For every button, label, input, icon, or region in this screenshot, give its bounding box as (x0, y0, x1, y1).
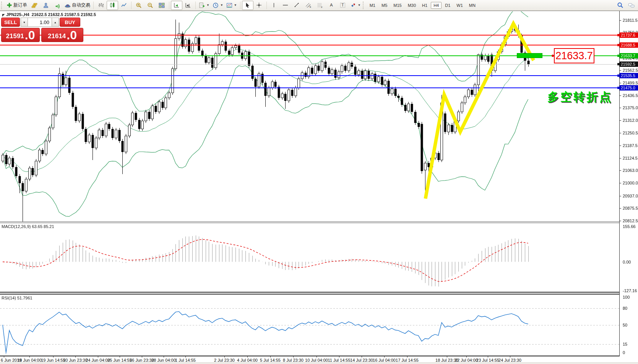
timeframe-m1-button[interactable]: M1 (367, 2, 378, 9)
volume-increase-button[interactable]: ▲ (52, 18, 59, 27)
volume-decrease-button[interactable]: ▼ (21, 18, 28, 27)
time-tick (317, 356, 317, 358)
text-a-icon: A (329, 2, 334, 8)
one-click-trading-panel: SELL ▼ ▲ BUY 21591 .0 21614 .0 (1, 18, 83, 42)
toolbar-grip[interactable] (363, 2, 365, 9)
timeframe-mn-button[interactable]: MN (466, 2, 478, 9)
time-tick (29, 356, 30, 358)
price-tick-label: 21250.5 (623, 131, 638, 135)
macd-tick-label: 0.00 (623, 260, 631, 264)
auto-scroll-button[interactable] (171, 1, 182, 10)
timeframe-w1-button[interactable]: W1 (454, 2, 466, 9)
timeframe-h1-button[interactable]: H1 (419, 2, 430, 9)
trendline-icon (294, 2, 300, 8)
zoom-in-button[interactable] (133, 1, 144, 10)
vertical-line-button[interactable] (268, 1, 280, 10)
fibonacci-button[interactable]: F (314, 1, 326, 10)
bar-chart-button[interactable] (95, 1, 107, 10)
timeframe-d1-button[interactable]: D1 (442, 2, 453, 9)
new-order-button[interactable]: 新订单 (5, 1, 29, 10)
cursor-icon (245, 2, 250, 8)
sell-price-button[interactable]: 21591 .0 (1, 28, 40, 42)
price-tick (620, 108, 621, 108)
search-button[interactable] (614, 1, 626, 10)
chevron-down-icon: ▼ (206, 3, 209, 7)
time-label: 20 Jun 23:30 (63, 358, 88, 362)
price-tick-label: 20812.5 (623, 218, 638, 223)
price-tick (620, 83, 621, 83)
cursor-button[interactable] (242, 1, 253, 10)
price-tick-label: 21375.0 (623, 105, 638, 110)
price-tag: 21475.0 (620, 85, 638, 91)
horizontal-line-button[interactable] (280, 1, 291, 10)
chart-shift-icon (185, 2, 191, 8)
price-tick (620, 221, 621, 221)
time-tick (270, 356, 271, 358)
symbol-ohlc: 21622.5 21632.5 21587.5 21592.5 (32, 12, 96, 17)
price-tick-label: 21811.5 (623, 18, 638, 23)
equidistant-channel-button[interactable]: E (303, 1, 314, 10)
timeframe-m15-button[interactable]: M15 (391, 2, 404, 9)
timeframe-h4-button[interactable]: H4 (431, 2, 442, 9)
timeframe-m5-button[interactable]: M5 (379, 2, 390, 9)
buy-price-button[interactable]: 21614 .0 (41, 28, 83, 42)
tile-windows-button[interactable] (156, 1, 167, 10)
price-tick-label: 21562.5 (623, 68, 638, 73)
accounts-button[interactable] (40, 1, 52, 10)
turning-point-annotation[interactable]: 多空转折点 (547, 89, 612, 105)
time-tick (4, 356, 4, 358)
time-tick (98, 356, 98, 358)
time-label: 16 Jul 04:00 (373, 358, 396, 362)
time-tick (224, 356, 225, 358)
time-label: 17 Jul 14:55 (396, 358, 419, 362)
svg-text:T: T (341, 3, 344, 7)
price-tick-label: 21000.0 (623, 181, 638, 185)
symbol-name: JPN225-,H4 (6, 12, 29, 17)
time-label: 5 Jul 14:55 (260, 358, 281, 362)
main-price-chart[interactable] (0, 11, 619, 222)
time-label: 19 Jun 14:55 (41, 358, 65, 362)
highlight-zone-rectangle[interactable] (517, 53, 542, 58)
time-tick (339, 356, 339, 358)
line-chart-icon (121, 2, 127, 8)
time-label: 14 Jul 23:30 (350, 358, 373, 362)
buy-button[interactable]: BUY (60, 18, 80, 27)
time-label: 25 Jun 14:55 (107, 358, 132, 362)
periods-button[interactable]: ▼ (211, 1, 225, 10)
pane-splitter[interactable] (0, 292, 619, 294)
price-tick (620, 133, 621, 133)
chat-button[interactable] (626, 1, 637, 10)
candlestick-chart-button[interactable] (107, 1, 118, 10)
indicators-button[interactable]: ▼ (197, 1, 211, 10)
rsi-indicator-pane[interactable] (0, 295, 619, 356)
candlestick-chart-icon (110, 2, 115, 8)
bar-chart-icon (98, 2, 104, 8)
toolbar-grip[interactable] (1, 2, 3, 9)
signals-button[interactable] (52, 1, 63, 10)
sell-price: 21591 (6, 31, 24, 41)
sell-button[interactable]: SELL (1, 18, 20, 27)
chart-shift-button[interactable] (182, 1, 194, 10)
timeframe-m30-button[interactable]: M30 (405, 2, 419, 9)
separator (240, 2, 240, 9)
trendline-button[interactable] (291, 1, 303, 10)
zoom-out-button[interactable] (144, 1, 156, 10)
vertical-line-icon (271, 2, 276, 8)
pane-splitter[interactable] (0, 222, 619, 223)
time-tick (407, 356, 407, 358)
price-callout-box[interactable]: 21633.7 (554, 48, 594, 63)
price-tag: 21535.5 (620, 73, 638, 78)
crosshair-button[interactable] (253, 1, 265, 10)
volume-input[interactable] (28, 18, 52, 27)
line-chart-button[interactable] (118, 1, 130, 10)
auto-trading-button[interactable]: 自动交易 (63, 1, 92, 10)
text-button[interactable]: A (326, 1, 337, 10)
text-label-button[interactable]: T (337, 1, 349, 10)
market-watch-button[interactable] (29, 1, 40, 10)
arrows-button[interactable]: ▼ (349, 1, 362, 10)
time-tick (488, 356, 488, 358)
time-label: 10 Jul 04:00 (305, 358, 328, 362)
auto-scroll-icon (174, 2, 180, 8)
macd-indicator-pane[interactable] (0, 223, 619, 292)
templates-button[interactable]: ▼ (225, 1, 239, 10)
